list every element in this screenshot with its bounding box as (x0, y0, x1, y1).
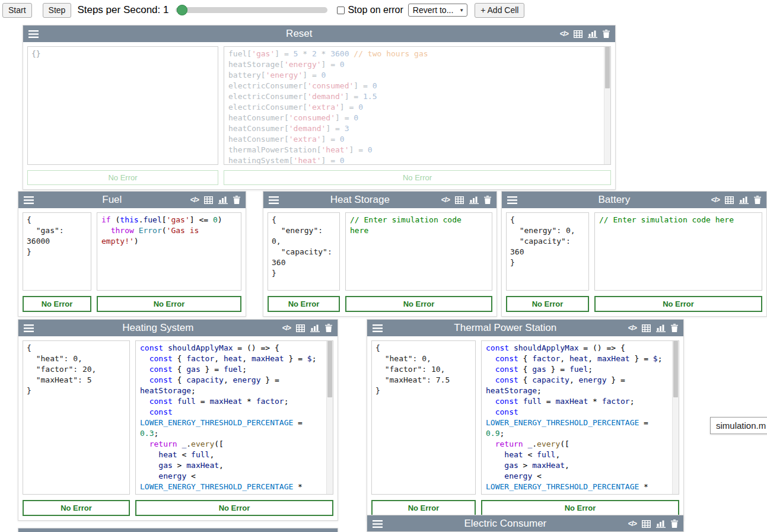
table-view-icon[interactable] (574, 30, 583, 38)
cell-title: Heating System (39, 320, 277, 336)
code-editor[interactable]: fuel['gas'] = 5 * 2 * 3600 // two hours … (224, 46, 611, 165)
code-editor[interactable]: // Enter simulation code here (594, 212, 762, 291)
delete-cell-icon[interactable] (671, 324, 678, 332)
code-editor[interactable]: const shouldApplyMax = () => { const { f… (481, 340, 679, 495)
code-editor[interactable]: // Enter simulation code here (345, 212, 492, 291)
table-view-icon[interactable] (725, 196, 734, 204)
chart-view-icon[interactable] (656, 520, 666, 528)
cell-battery: Battery </> { "energy": 0, "capacity": 3… (501, 191, 767, 317)
code-view-icon[interactable]: </> (441, 196, 450, 204)
menu-icon[interactable] (28, 30, 39, 38)
table-view-icon[interactable] (455, 196, 464, 204)
status-row: No Error No Error (502, 291, 766, 316)
chart-view-icon[interactable] (588, 30, 597, 38)
state-editor[interactable]: { "heat": 0, "factor": 10, "maxHeat": 7.… (371, 340, 476, 495)
code-status: No Error (345, 296, 492, 312)
scrollbar[interactable] (604, 47, 610, 164)
code-view-icon[interactable]: </> (560, 30, 568, 38)
cell-body: { "energy": 0, "capacity": 360 } // Ente… (263, 208, 497, 291)
code-view-icon[interactable]: </> (711, 196, 720, 204)
scrollbar[interactable] (672, 341, 679, 494)
cell-body: { "energy": 0, "capacity": 360 } // Ente… (502, 208, 766, 291)
slider-track[interactable] (176, 7, 327, 13)
cell-electric-consumer: Electric Consumer </> (367, 515, 684, 532)
cell-fuel-header: Fuel </> (18, 192, 246, 208)
state-editor[interactable]: { "energy": 0, "capacity": 360 } (268, 212, 340, 291)
code-text: // Enter simulation code here (595, 213, 762, 227)
delete-cell-icon[interactable] (325, 324, 332, 332)
stop-on-error-group: Stop on error (337, 5, 403, 15)
delete-cell-icon[interactable] (484, 196, 491, 204)
chart-view-icon[interactable] (739, 196, 749, 204)
stop-on-error-checkbox[interactable] (337, 7, 345, 14)
status-row: No Error No Error (18, 495, 338, 520)
menu-icon[interactable] (373, 520, 383, 528)
code-editor[interactable]: if (this.fuel['gas'] <= 0) throw Error('… (97, 212, 241, 291)
chart-view-icon[interactable] (469, 196, 479, 204)
code-text: const shouldApplyMax = () => { const { f… (482, 341, 679, 495)
state-editor[interactable]: { "gas": 36000 } (23, 212, 91, 291)
cell-title: Electric Consumer (388, 515, 623, 532)
menu-icon[interactable] (24, 324, 34, 332)
cell-title: Reset (44, 26, 555, 42)
start-button[interactable]: Start (2, 3, 32, 18)
slider-thumb[interactable] (177, 5, 187, 15)
state-status: No Error (23, 296, 91, 312)
state-status: No Error (506, 296, 589, 312)
delete-cell-icon[interactable] (671, 520, 678, 528)
menu-icon[interactable] (24, 196, 34, 204)
revert-dropdown[interactable]: Revert to... ▼ (408, 4, 467, 17)
state-editor[interactable]: { "energy": 0, "capacity": 360 } (506, 212, 589, 291)
app: Start Step Steps per Second: 1 Stop on e… (0, 0, 767, 532)
chevron-down-icon: ▼ (459, 8, 464, 13)
cell-body: { "gas": 36000 } if (this.fuel['gas'] <=… (18, 208, 246, 291)
chart-view-icon[interactable] (218, 196, 228, 204)
status-row: No Error No Error (23, 165, 615, 189)
toolbar: Start Step Steps per Second: 1 Stop on e… (0, 0, 767, 20)
delete-cell-icon[interactable] (233, 196, 240, 204)
cell-heating-system: Heating System </> { "heat": 0, "factor"… (18, 319, 338, 521)
cell-title: Heat Storage (284, 192, 436, 208)
cell-title: Battery (523, 192, 706, 208)
menu-icon[interactable] (507, 196, 517, 204)
code-text: fuel['gas'] = 5 * 2 * 3600 // two hours … (224, 47, 610, 165)
code-view-icon[interactable]: </> (282, 324, 291, 332)
code-editor[interactable]: const shouldApplyMax = () => { const { f… (135, 340, 333, 495)
step-button[interactable]: Step (43, 3, 72, 18)
cell-heat-storage-header: Heat Storage </> (263, 192, 497, 208)
scrollbar[interactable] (326, 341, 333, 494)
steps-per-second-slider[interactable] (176, 5, 327, 15)
cell-body: { "heat": 0, "factor": 20, "maxHeat": 5 … (18, 336, 338, 495)
cell-body: {} fuel['gas'] = 5 * 2 * 3600 // two hou… (23, 42, 615, 165)
delete-cell-icon[interactable] (603, 30, 610, 38)
table-view-icon[interactable] (204, 196, 213, 204)
state-editor[interactable]: { "heat": 0, "factor": 20, "maxHeat": 5 … (23, 340, 130, 495)
stop-on-error-label: Stop on error (348, 5, 403, 15)
code-view-icon[interactable]: </> (628, 324, 636, 332)
code-status: No Error (135, 500, 333, 516)
cell-fuel: Fuel </> { "gas": 36000 } if (this.fuel[… (18, 191, 246, 317)
cell-heat-storage: Heat Storage </> { "energy": 0, "capacit… (263, 191, 497, 317)
code-text: if (this.fuel['gas'] <= 0) throw Error('… (97, 213, 241, 249)
filename-tooltip: simulation.m (710, 417, 767, 434)
delete-cell-icon[interactable] (754, 196, 761, 204)
table-view-icon[interactable] (642, 324, 651, 332)
cell-heating-system-header: Heating System </> (18, 320, 338, 336)
cell-thermal-power-station: Thermal Power Station </> { "heat": 0, "… (367, 319, 684, 521)
chart-view-icon[interactable] (310, 324, 320, 332)
menu-icon[interactable] (373, 324, 383, 332)
menu-icon[interactable] (269, 196, 279, 204)
add-cell-button[interactable]: + Add Cell (475, 3, 524, 18)
code-status: No Error (97, 296, 241, 312)
cell-partial-bottom (18, 528, 338, 532)
code-view-icon[interactable]: </> (628, 520, 636, 528)
chart-view-icon[interactable] (656, 324, 666, 332)
state-status: No Error (23, 500, 130, 516)
code-status: No Error (224, 170, 611, 185)
state-editor[interactable]: {} (27, 46, 218, 165)
code-status: No Error (481, 500, 679, 516)
code-view-icon[interactable]: </> (190, 196, 199, 204)
cell-reset: Reset </> {} fuel['gas'] = 5 * 2 * 3600 … (23, 25, 616, 190)
table-view-icon[interactable] (296, 324, 305, 332)
table-view-icon[interactable] (642, 520, 651, 528)
